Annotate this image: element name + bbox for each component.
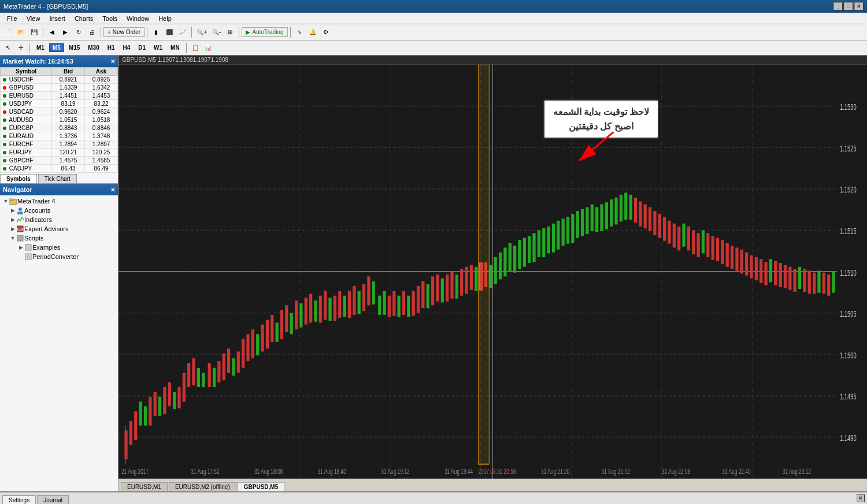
settings-button[interactable]: ⚙ (320, 26, 332, 39)
market-table-row[interactable]: USDCHF 0.8921 0.8925 (1, 76, 118, 84)
svg-rect-91 (421, 281, 424, 309)
period-h1-button[interactable]: H1 (104, 43, 118, 52)
direction-dot (3, 127, 6, 130)
market-table-row[interactable]: CADJPY 86.43 86.49 (1, 165, 118, 173)
open-button[interactable]: 📂 (14, 26, 27, 39)
svg-rect-77 (353, 286, 355, 315)
chart-tab-eurusd-m2[interactable]: EURUSD,M2 (offline) (169, 482, 236, 491)
market-table-row[interactable]: EURJPY 120.21 120.25 (1, 149, 118, 157)
minimize-button[interactable]: _ (833, 2, 843, 10)
new-order-button[interactable]: + New Order (103, 27, 144, 37)
svg-rect-66 (299, 303, 302, 328)
properties-button[interactable]: 📊 (202, 42, 214, 54)
nav-item-scripts[interactable]: ▼ Scripts (1, 234, 117, 243)
nav-item-examples[interactable]: ▶ Examples (1, 243, 117, 252)
navigator-close[interactable]: ✕ (110, 187, 115, 193)
chart-canvas[interactable]: 1.1530 1.1525 1.1520 1.1515 1.1510 1.150… (118, 65, 867, 479)
period-m15-button[interactable]: M15 (65, 43, 83, 52)
symbol-name: USDCAD (9, 109, 34, 115)
svg-text:S: S (27, 255, 30, 259)
direction-dot (3, 94, 6, 98)
nav-item-root[interactable]: ▼ MetaTrader 4 (1, 197, 117, 206)
svg-rect-109 (509, 243, 512, 272)
market-table-row[interactable]: USDCAD 0.9620 0.9624 (1, 108, 118, 116)
bid-cell: 1.0515 (52, 116, 85, 124)
market-table-row[interactable]: USDJPY 83.19 83.22 (1, 100, 118, 108)
grid-button[interactable]: ⊞ (224, 26, 236, 39)
svg-rect-167 (788, 267, 791, 290)
market-watch-close[interactable]: ✕ (110, 58, 115, 65)
nav-tree: ▼ MetaTrader 4 ▶ Accounts ▶ Indicators (0, 195, 118, 262)
period-mn-button[interactable]: MN (167, 43, 183, 52)
zoom-in-button[interactable]: 🔍+ (194, 26, 209, 39)
close-button[interactable]: ✕ (854, 2, 864, 10)
print-button[interactable]: 🖨 (86, 26, 98, 39)
symbol-name: EURCHF (9, 141, 34, 147)
new-chart-button[interactable]: 📄 (1, 26, 14, 39)
nav-item-indicators[interactable]: ▶ Indicators (1, 215, 117, 224)
nav-item-ea[interactable]: ▶ EA Expert Advisors (1, 224, 117, 234)
nav-item-accounts[interactable]: ▶ Accounts (1, 206, 117, 215)
symbol-cell: EURCHF (1, 140, 52, 149)
maximize-button[interactable]: □ (844, 2, 853, 10)
period-m1-button[interactable]: M1 (33, 43, 48, 52)
svg-rect-72 (328, 298, 331, 321)
menu-tools[interactable]: Tools (98, 14, 122, 23)
alerts-button[interactable]: 🔔 (306, 26, 319, 39)
period-w1-button[interactable]: W1 (150, 43, 166, 52)
refresh-button[interactable]: ↻ (72, 26, 85, 39)
chart-line-button[interactable]: 📈 (176, 26, 189, 39)
save-button[interactable]: 💾 (28, 26, 40, 39)
market-table-row[interactable]: EURUSD 1.4451 1.4453 (1, 92, 118, 100)
folder-icon (9, 197, 17, 205)
market-table-row[interactable]: GBPUSD 1.6339 1.6342 (1, 84, 118, 92)
tester-close-button[interactable]: ✕ (857, 494, 865, 502)
market-table-row[interactable]: EURGBP 0.8843 0.8846 (1, 124, 118, 132)
svg-rect-162 (764, 262, 767, 285)
tab-symbols[interactable]: Symbols (0, 174, 37, 183)
indicators-button[interactable]: ∿ (293, 26, 306, 39)
market-table-row[interactable]: GBPCHF 1.4575 1.4585 (1, 157, 118, 165)
svg-rect-88 (407, 296, 410, 317)
market-table: Symbol Bid Ask USDCHF 0.8921 0.8925 GBPU… (0, 67, 118, 173)
ask-cell: 0.8846 (85, 124, 118, 132)
svg-text:EA: EA (17, 227, 24, 232)
chart-candle-button[interactable]: ⬛ (163, 26, 176, 39)
nav-item-period-converter[interactable]: S PeriodConverter (1, 252, 117, 261)
market-table-row[interactable]: AUDUSD 1.0515 1.0518 (1, 116, 118, 124)
chart-tab-gbpusd-m5[interactable]: GBPUSD,M5 (238, 482, 284, 491)
back-button[interactable]: ◀ (46, 26, 58, 39)
chart-bar-button[interactable]: ▮ (150, 26, 162, 39)
menu-help[interactable]: Help (154, 14, 176, 23)
menu-view[interactable]: View (22, 14, 45, 23)
menu-insert[interactable]: Insert (45, 14, 70, 23)
svg-rect-106 (494, 257, 497, 284)
autotrading-button[interactable]: ▶ AutoTrading (242, 27, 287, 37)
template-button[interactable]: 📋 (190, 42, 201, 54)
chart-tab-eurusd-m1[interactable]: EURUSD,M1 (121, 482, 168, 491)
svg-rect-35 (149, 396, 151, 425)
menu-charts[interactable]: Charts (70, 14, 98, 23)
draw-cursor-button[interactable]: ↖ (2, 42, 14, 54)
tab-tick-chart[interactable]: Tick Chart (38, 174, 77, 183)
market-table-row[interactable]: EURAUD 1.3736 1.3748 (1, 132, 118, 140)
ask-cell: 1.4585 (85, 157, 118, 165)
menu-window[interactable]: Window (122, 14, 154, 23)
svg-rect-98 (455, 275, 458, 299)
period-m30-button[interactable]: M30 (84, 43, 102, 52)
crosshair-button[interactable]: ✛ (15, 42, 27, 54)
period-m5-button[interactable]: M5 (49, 43, 64, 52)
tab-journal[interactable]: Journal (37, 495, 69, 504)
menu-file[interactable]: File (2, 14, 22, 23)
zoom-out-button[interactable]: 🔍- (210, 26, 223, 39)
forward-button[interactable]: ▶ (59, 26, 72, 39)
market-table-row[interactable]: EURCHF 1.2894 1.2897 (1, 140, 118, 149)
svg-rect-122 (571, 214, 574, 243)
svg-rect-89 (412, 291, 415, 316)
period-d1-button[interactable]: D1 (135, 43, 149, 52)
period-h4-button[interactable]: H4 (120, 43, 134, 52)
svg-rect-100 (465, 267, 468, 294)
tab-settings[interactable]: Settings (2, 495, 36, 504)
svg-rect-38 (163, 387, 166, 414)
svg-text:31 Aug 18:40: 31 Aug 18:40 (318, 467, 346, 475)
